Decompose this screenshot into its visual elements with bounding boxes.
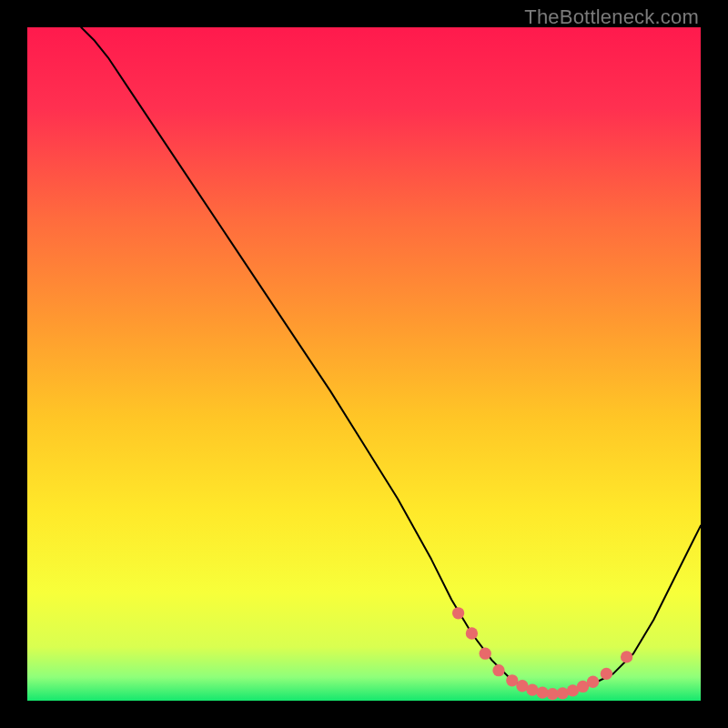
marker-dot [587, 676, 599, 688]
watermark-text: TheBottleneck.com [524, 5, 699, 29]
marker-dot [466, 627, 478, 639]
marker-dot [621, 651, 632, 662]
marker-dot [601, 668, 612, 680]
chart-frame: TheBottleneck.com [0, 0, 728, 728]
marker-dot [452, 607, 464, 619]
curve-layer [27, 27, 701, 701]
marker-dot [492, 664, 504, 676]
highlight-dots [452, 607, 632, 700]
marker-dot [480, 648, 491, 660]
bottleneck-curve [81, 27, 701, 694]
plot-area [27, 27, 701, 701]
